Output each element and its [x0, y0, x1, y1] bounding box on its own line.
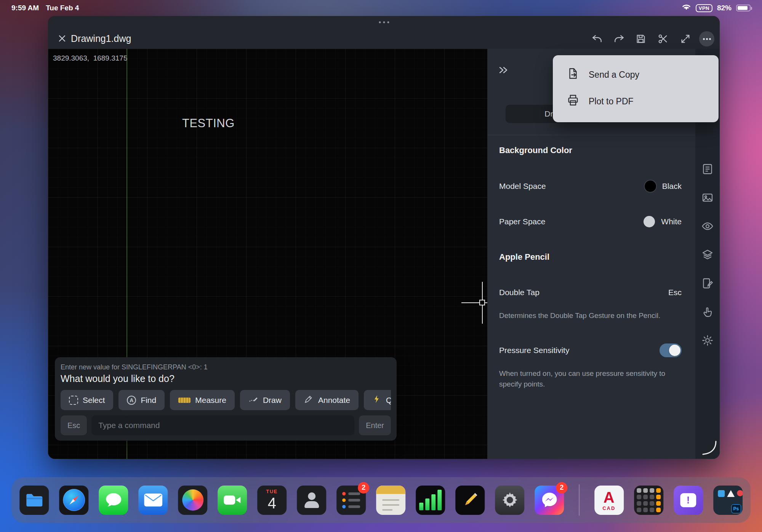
drawing-canvas[interactable]: 3829.3063, 1689.3175 TESTING Enter new v… — [48, 49, 487, 459]
model-space-value: Black — [662, 182, 682, 191]
visibility-eye-icon[interactable] — [701, 220, 714, 233]
draw-icon — [248, 394, 258, 406]
panel-divider — [487, 135, 695, 135]
close-button[interactable] — [53, 30, 71, 47]
annotate-button[interactable]: Annotate — [295, 390, 359, 410]
touch-gesture-icon[interactable] — [701, 306, 714, 319]
window-drag-handle[interactable] — [377, 20, 391, 25]
circled-a-icon: A — [127, 396, 136, 405]
model-space-row[interactable]: Model Space Black — [499, 179, 682, 193]
dock-app-facetime[interactable] — [218, 486, 247, 515]
measure-button[interactable]: Measure — [170, 390, 235, 410]
paper-space-row[interactable]: Paper Space White — [499, 215, 682, 228]
command-prompt-text: Enter new value for SINGLEFINGERPAN <0>:… — [61, 363, 391, 371]
pencil-icon — [460, 490, 480, 510]
double-tap-description: Determines the Double Tap Gesture on the… — [499, 310, 660, 321]
dock-divider — [579, 484, 580, 516]
paper-space-label: Paper Space — [499, 217, 545, 226]
find-button[interactable]: A Find — [118, 390, 165, 410]
dock: TUE4 2 2 ACA — [11, 477, 751, 523]
dock-app-notes[interactable] — [376, 486, 405, 515]
draw-button[interactable]: Draw — [240, 390, 290, 410]
white-color-swatch — [644, 216, 655, 227]
vpn-badge: VPN — [696, 4, 712, 12]
dock-app-photoshop[interactable]: Ps — [713, 486, 743, 515]
dock-app-contacts[interactable] — [297, 486, 326, 515]
pressure-sensitivity-description: When turned on, you can use pressure sen… — [499, 368, 667, 390]
ellipsis-icon — [699, 31, 714, 46]
status-bar: 9:59 AM Tue Feb 4 VPN 82% — [0, 0, 762, 16]
dock-app-calculator[interactable] — [634, 486, 663, 515]
autocad-window: Drawing1.dwg 3829.3063, 1689.3175 — [48, 16, 720, 459]
dock-app-messages[interactable] — [99, 486, 128, 515]
dock-app-safari[interactable] — [59, 486, 88, 515]
person-silhouette-icon — [304, 492, 319, 508]
notes-header-strip — [376, 486, 405, 494]
dock-app-purple-chat[interactable]: ! — [674, 486, 703, 515]
ipad-screen: 9:59 AM Tue Feb 4 VPN 82% Drawing1.dwg — [0, 0, 762, 532]
dock-app-drawing[interactable] — [455, 486, 485, 515]
dock-app-photos[interactable] — [178, 486, 207, 515]
image-icon[interactable] — [701, 192, 714, 204]
menu-item-plot-to-pdf[interactable]: Plot to PDF — [553, 88, 719, 115]
menu-item-send-a-copy[interactable]: Send a Copy — [553, 61, 719, 88]
save-button[interactable] — [632, 30, 650, 48]
window-title: Drawing1.dwg — [71, 33, 131, 44]
settings-gear-icon[interactable] — [701, 334, 714, 347]
wifi-icon — [682, 3, 691, 13]
dock-app-calendar[interactable]: TUE4 — [257, 486, 287, 515]
fullscreen-button[interactable] — [677, 30, 694, 48]
quick-button[interactable]: Qu — [364, 390, 391, 410]
status-date: Tue Feb 4 — [46, 4, 79, 12]
select-button[interactable]: Select — [61, 390, 113, 410]
battery-percent: 82% — [717, 4, 732, 12]
photo-editor-art — [718, 490, 743, 497]
coordinates-readout: 3829.3063, 1689.3175 — [53, 54, 127, 62]
apple-pencil-header: Apple Pencil — [499, 252, 549, 262]
background-color-header: Background Color — [499, 145, 572, 155]
pickbox — [479, 300, 485, 305]
redo-button[interactable] — [610, 30, 628, 48]
dock-app-mail[interactable] — [138, 486, 168, 515]
dock-app-autocad[interactable]: ACAD — [594, 486, 624, 515]
command-question-text: What would you like to do? — [61, 373, 391, 384]
dock-app-chart[interactable] — [416, 486, 445, 515]
annotate-icon — [304, 394, 314, 406]
model-space-label: Model Space — [499, 182, 546, 191]
collapse-panel-button[interactable] — [496, 64, 511, 77]
esc-button[interactable]: Esc — [61, 415, 87, 435]
battery-icon — [736, 5, 751, 11]
calculator-buttons-icon — [637, 488, 661, 512]
enter-button[interactable]: Enter — [359, 415, 391, 435]
dock-app-messenger[interactable]: 2 — [535, 486, 564, 515]
gear-icon — [499, 490, 520, 510]
double-tap-row[interactable]: Double Tap Esc — [499, 286, 682, 299]
black-color-swatch — [645, 181, 656, 192]
command-panel: Enter new value for SINGLEFINGERPAN <0>:… — [55, 357, 397, 441]
double-tap-value: Esc — [668, 288, 682, 297]
corner-swipe-indicator — [701, 439, 718, 458]
status-time: 9:59 AM — [11, 4, 39, 12]
photos-flower-icon — [182, 489, 203, 511]
send-copy-icon — [567, 67, 580, 82]
pressure-sensitivity-toggle[interactable] — [660, 343, 682, 357]
canvas-drawing-text: TESTING — [182, 117, 235, 130]
dock-app-files[interactable] — [19, 486, 49, 515]
cut-tool-button[interactable] — [654, 30, 672, 48]
selection-box-icon — [69, 396, 78, 405]
page-edit-icon[interactable] — [701, 277, 714, 290]
lightning-icon — [372, 394, 381, 406]
layouts-icon[interactable] — [701, 163, 714, 176]
command-input[interactable] — [91, 415, 354, 435]
notes-lines-icon — [382, 499, 399, 511]
more-options-button[interactable] — [698, 30, 716, 48]
context-menu: Send a Copy Plot to PDF — [553, 55, 719, 122]
notification-badge: 2 — [556, 482, 567, 494]
window-titlebar: Drawing1.dwg — [48, 16, 720, 49]
dock-app-reminders[interactable]: 2 — [336, 486, 366, 515]
dock-app-settings[interactable] — [495, 486, 524, 515]
layers-icon[interactable] — [701, 249, 714, 262]
bar-chart-icon — [419, 490, 442, 510]
undo-button[interactable] — [588, 30, 606, 48]
pressure-sensitivity-label: Pressure Sensitivity — [499, 346, 569, 355]
